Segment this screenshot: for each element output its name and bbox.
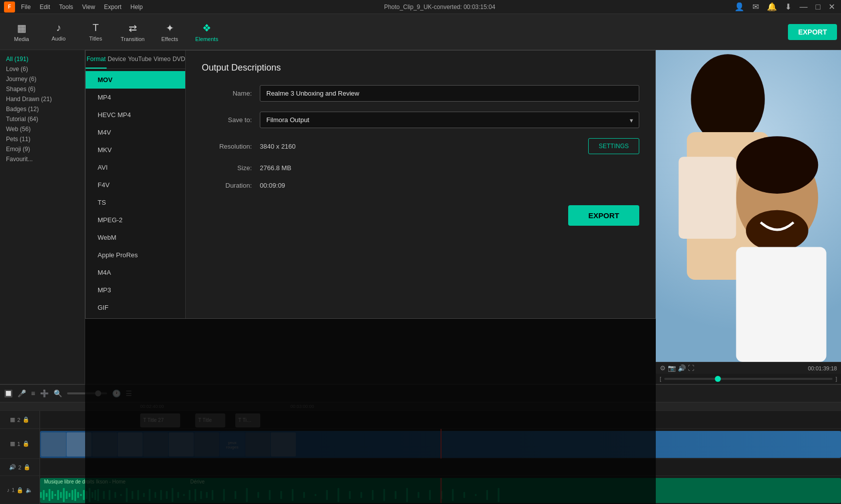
format-avi[interactable]: AVI bbox=[86, 159, 185, 176]
titlebar-menu-item-help[interactable]: Help bbox=[127, 3, 147, 12]
toolbar-effects[interactable]: ✦ Effects bbox=[152, 17, 187, 47]
titlebar-menu-item-edit[interactable]: Edit bbox=[36, 3, 54, 12]
minimize-button[interactable]: — bbox=[797, 3, 809, 12]
export-content: Output Descriptions Name: Save to: Filmo… bbox=[186, 51, 655, 318]
export-duration-label: Duration: bbox=[202, 182, 252, 189]
titlebar-title: Photo_Clip_9_UK-converted: 00:03:15:04 bbox=[384, 4, 495, 11]
export-tab-vimeo[interactable]: Vimeo bbox=[153, 51, 172, 69]
timeline-snap-icon[interactable]: 🔲 bbox=[4, 389, 13, 397]
timeline-track-icon[interactable]: ≡ bbox=[31, 389, 35, 397]
titlebar: F FileEditToolsViewExportHelp Photo_Clip… bbox=[0, 0, 841, 14]
titlebar-menu-item-view[interactable]: View bbox=[78, 3, 99, 12]
export-tab-device[interactable]: Device bbox=[107, 51, 127, 69]
scrubber-bracket-right: ] bbox=[835, 376, 837, 382]
sidebar-category-journey[interactable]: Journey (6) bbox=[0, 74, 85, 84]
export-saveto-row: Save to: Filmora Output ▾ bbox=[202, 112, 639, 128]
audio-mute-icon[interactable]: 🔈 bbox=[26, 487, 33, 493]
svg-rect-27 bbox=[46, 493, 47, 497]
format-mov[interactable]: MOV bbox=[86, 71, 185, 89]
titles-icon: T bbox=[93, 22, 99, 34]
export-button[interactable]: EXPORT bbox=[788, 24, 837, 40]
save-to-select[interactable]: Filmora Output bbox=[260, 112, 639, 128]
video-track-icon: ▦ bbox=[10, 440, 15, 447]
sidebar-category-pets[interactable]: Pets (11) bbox=[0, 134, 85, 144]
user-icon[interactable]: 👤 bbox=[732, 2, 746, 12]
format-hevc-mp4[interactable]: HEVC MP4 bbox=[86, 106, 185, 124]
sidebar-category-tutorial[interactable]: Tutorial (64) bbox=[0, 114, 85, 124]
titlebar-menu-item-tools[interactable]: Tools bbox=[55, 3, 77, 12]
format-apple-prores[interactable]: Apple ProRes bbox=[86, 246, 185, 264]
format-f4v[interactable]: F4V bbox=[86, 176, 185, 194]
sidebar-category-all[interactable]: All (191) bbox=[0, 54, 85, 64]
sidebar-category-badges[interactable]: Badges (12) bbox=[0, 104, 85, 114]
export-name-row: Name: bbox=[202, 85, 639, 102]
export-content-title: Output Descriptions bbox=[202, 63, 639, 73]
preview-fullscreen-icon[interactable]: ⛶ bbox=[688, 364, 694, 372]
export-resolution-label: Resolution: bbox=[202, 143, 252, 150]
svg-rect-33 bbox=[63, 488, 65, 502]
toolbar-audio[interactable]: ♪ Audio bbox=[41, 17, 76, 47]
export-tab-youtube[interactable]: YouTube bbox=[127, 51, 153, 69]
export-tabs: Format Device YouTube Vimeo DVD bbox=[86, 51, 185, 69]
scrubber-bar[interactable] bbox=[664, 378, 832, 380]
mail-icon[interactable]: ✉ bbox=[750, 2, 761, 12]
sidebar-category-handdrawn[interactable]: Hand Drawn (21) bbox=[0, 94, 85, 104]
preview-snapshot-icon[interactable]: 📷 bbox=[668, 364, 676, 372]
timeline-add-icon[interactable]: ➕ bbox=[40, 389, 49, 397]
video-track-label: ▦ 1 🔒 bbox=[0, 429, 40, 458]
sidebar-category-favourites[interactable]: Favourit... bbox=[0, 154, 85, 164]
timeline-zoom-out-icon[interactable]: 🔍 bbox=[54, 389, 62, 397]
export-size-value: 2766.8 MB bbox=[260, 164, 291, 172]
bell-icon[interactable]: 🔔 bbox=[765, 2, 779, 12]
format-m4a[interactable]: M4A bbox=[86, 264, 185, 281]
export-name-input[interactable] bbox=[260, 85, 639, 102]
export-tab-format[interactable]: Format bbox=[86, 51, 107, 69]
sidebar-category-emoji[interactable]: Emoji (9) bbox=[0, 144, 85, 154]
export-panel: Format Device YouTube Vimeo DVD MOV MP4 … bbox=[85, 50, 656, 319]
svg-rect-31 bbox=[57, 490, 59, 500]
export-size-row: Size: 2766.8 MB bbox=[202, 164, 639, 172]
preview-volume-icon[interactable]: 🔊 bbox=[678, 364, 686, 372]
toolbar-titles-label: Titles bbox=[89, 36, 102, 42]
content-area: ⠿ 🔍 More Effects bbox=[85, 50, 656, 384]
titlebar-menu-item-export[interactable]: Export bbox=[100, 3, 126, 12]
toolbar-audio-label: Audio bbox=[52, 36, 66, 42]
settings-button[interactable]: SETTINGS bbox=[588, 138, 639, 154]
sidebar-category-shapes[interactable]: Shapes (6) bbox=[0, 84, 85, 94]
preview-settings-icon[interactable]: ⚙ bbox=[660, 364, 666, 372]
format-mkv[interactable]: MKV bbox=[86, 141, 185, 159]
export-resolution-row: Resolution: 3840 x 2160 SETTINGS bbox=[202, 138, 639, 154]
format-gif[interactable]: GIF bbox=[86, 299, 185, 316]
title-lock-icon[interactable]: 🔒 bbox=[23, 416, 30, 423]
scrubber-thumb[interactable] bbox=[715, 376, 721, 382]
format-m4v[interactable]: M4V bbox=[86, 124, 185, 141]
close-button[interactable]: ✕ bbox=[826, 2, 837, 12]
download-icon[interactable]: ⬇ bbox=[783, 2, 793, 12]
toolbar-elements[interactable]: ❖ Elements bbox=[189, 17, 224, 47]
format-ts[interactable]: TS bbox=[86, 194, 185, 211]
preview-controls: ⚙ 📷 🔊 ⛶ 00:01:39:18 bbox=[656, 362, 841, 374]
preview-image bbox=[656, 50, 841, 362]
audio-main-lock-icon[interactable]: 🔒 bbox=[17, 487, 24, 493]
format-mp3[interactable]: MP3 bbox=[86, 281, 185, 299]
titlebar-menu-item-file[interactable]: File bbox=[17, 3, 35, 12]
video-lock-icon[interactable]: 🔒 bbox=[23, 440, 30, 447]
maximize-button[interactable]: □ bbox=[813, 3, 822, 12]
titlebar-controls[interactable]: 👤 ✉ 🔔 ⬇ — □ ✕ bbox=[732, 2, 837, 12]
export-nav: Format Device YouTube Vimeo DVD MOV MP4 … bbox=[86, 51, 186, 318]
sidebar-category-web[interactable]: Web (56) bbox=[0, 124, 85, 134]
toolbar-media[interactable]: ▦ Media bbox=[4, 17, 39, 47]
sidebar-category-love[interactable]: Love (6) bbox=[0, 64, 85, 74]
toolbar-transition[interactable]: ⇄ Transition bbox=[115, 17, 150, 47]
export-tab-dvd[interactable]: DVD bbox=[172, 51, 186, 69]
title-track-label: ▦ 2 🔒 bbox=[0, 411, 40, 428]
format-list: MOV MP4 HEVC MP4 M4V MKV AVI F4V TS MPEG… bbox=[86, 69, 185, 318]
audio-lock-icon[interactable]: 🔒 bbox=[24, 464, 31, 470]
toolbar-titles[interactable]: T Titles bbox=[78, 17, 113, 47]
export-main-button[interactable]: EXPORT bbox=[568, 205, 639, 226]
timeline-mic-icon[interactable]: 🎤 bbox=[18, 389, 26, 397]
format-webm[interactable]: WebM bbox=[86, 229, 185, 246]
export-saveto-label: Save to: bbox=[202, 116, 252, 124]
format-mpeg2[interactable]: MPEG-2 bbox=[86, 211, 185, 229]
format-mp4[interactable]: MP4 bbox=[86, 89, 185, 106]
